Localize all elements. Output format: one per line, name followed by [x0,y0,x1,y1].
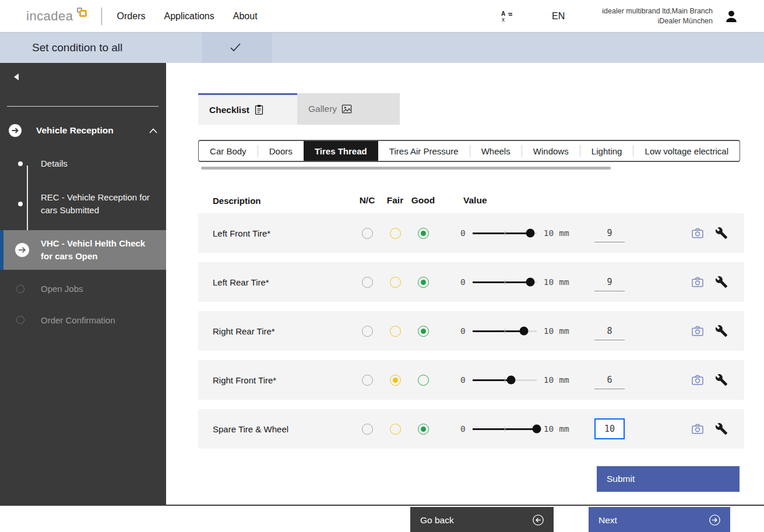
slider-thumb[interactable] [526,278,534,287]
sidebar-step[interactable]: REC - Vehicle Reception for cars Submitt… [0,181,166,227]
good-radio[interactable] [418,375,429,386]
check-icon [229,41,242,54]
sidebar-collapse-icon[interactable] [14,73,19,80]
wrench-icon[interactable] [715,276,728,288]
categories-scrollbar[interactable] [201,167,611,170]
slider-min-label: 0 [460,228,466,238]
tread-depth-slider[interactable] [473,232,537,234]
fair-radio[interactable] [390,424,401,435]
wrench-icon[interactable] [715,422,728,435]
good-radio[interactable] [418,277,429,288]
translate-icon[interactable]: A x [501,10,513,23]
camera-icon[interactable] [691,325,704,337]
camera-icon[interactable] [691,374,704,386]
main-content: Checklist Gallery Car BodyDoorsTires Thr… [166,63,764,505]
wrench-icon[interactable] [715,374,728,386]
fair-radio[interactable] [390,326,401,337]
clipboard-icon [254,104,264,115]
slider-min-label: 0 [460,375,466,385]
nc-radio[interactable] [362,228,373,239]
next-arrow-icon [709,514,721,526]
value-input[interactable]: 9 [594,273,625,291]
subtab-car-body[interactable]: Car Body [199,141,258,161]
subtab-tires-air-pressure[interactable]: Tires Air Pressure [378,141,470,161]
step-marker-icon [0,316,41,324]
subtab-lighting[interactable]: Lighting [580,141,633,161]
table-row: Right Rear Tire* 0 10 mm 8 [198,311,744,351]
logo-text: incadea [26,8,73,25]
wrench-icon[interactable] [715,325,728,337]
circle-arrow-icon [15,243,29,257]
nc-radio[interactable] [362,424,373,435]
camera-icon[interactable] [691,276,704,288]
sidebar-step[interactable]: Details [0,147,166,181]
value-input[interactable]: 9 [594,224,625,242]
language-selector[interactable]: EN [552,11,565,22]
camera-icon[interactable] [691,227,704,239]
value-input[interactable]: 8 [594,322,625,340]
slider-unit-label: mm [559,228,569,238]
tread-depth-slider[interactable] [473,281,537,283]
table-row: Left Rear Tire* 0 10 mm 9 [198,262,744,302]
nav-link-applications[interactable]: Applications [164,11,214,22]
fair-radio[interactable] [390,375,401,386]
step-marker-icon [0,285,41,293]
nav-links: Orders Applications About [117,11,258,22]
good-radio[interactable] [418,326,429,337]
set-condition-select[interactable] [202,33,272,64]
fair-radio[interactable] [390,228,401,239]
tab-gallery[interactable]: Gallery [297,93,400,125]
account-company: idealer multibrand ltd,Main Branch [602,6,713,16]
good-radio[interactable] [418,228,429,239]
subtab-wheels[interactable]: Wheels [470,141,522,161]
next-button[interactable]: Next [589,507,730,532]
nc-radio[interactable] [362,277,373,288]
subtab-tires-thread[interactable]: Tires Thread [304,141,378,161]
subtab-doors[interactable]: Doors [258,141,304,161]
subtab-low-voltage-electrical[interactable]: Low voltage electrical [633,141,740,161]
table-row: Left Front Tire* 0 10 mm 9 [198,213,744,253]
slider-thumb[interactable] [519,327,528,336]
tread-depth-slider[interactable] [473,428,537,430]
svg-text:x: x [502,16,505,23]
sidebar-section-vehicle-reception[interactable]: Vehicle Reception [0,119,166,142]
col-description: Description [198,196,353,206]
step-marker-icon [3,243,41,257]
nav-right: A x EN idealer multibrand ltd,Main Branc… [501,6,764,26]
account-info: idealer multibrand ltd,Main Branch iDeal… [602,6,713,26]
sidebar-step[interactable]: VHC - Vehicl Helth Check for cars Open [0,230,166,270]
nc-radio[interactable] [362,326,373,337]
fair-radio[interactable] [390,277,401,288]
slider-thumb[interactable] [506,376,515,385]
slider-min-label: 0 [460,277,466,287]
sidebar-divider [7,106,159,107]
subtab-windows[interactable]: Windows [522,141,580,161]
nav-link-about[interactable]: About [233,11,258,22]
sidebar-step[interactable]: Open Jobs [0,273,166,305]
nav-link-orders[interactable]: Orders [117,11,146,22]
camera-icon[interactable] [691,422,704,435]
nc-radio[interactable] [362,375,373,386]
sidebar-step[interactable]: Order Confirmation [0,305,166,336]
incadea-logo[interactable]: incadea [26,8,87,25]
submit-button[interactable]: Submit [597,466,740,492]
slider-thumb[interactable] [526,229,534,238]
value-input[interactable]: 10 [594,418,625,439]
gallery-icon [341,104,352,114]
tread-depth-slider[interactable] [473,379,537,381]
value-input[interactable]: 6 [594,371,625,389]
checklist-categories: Car BodyDoorsTires ThreadTires Air Press… [198,140,740,162]
tread-depth-slider[interactable] [473,330,537,332]
incadea-logo-icon [75,8,87,19]
go-back-button[interactable]: Go back [410,507,554,532]
tab-checklist[interactable]: Checklist [198,93,297,125]
slider-unit-label: mm [559,277,569,287]
wrench-icon[interactable] [715,227,728,239]
circle-arrow-icon [9,124,22,137]
chevron-up-icon[interactable] [149,128,157,133]
slider-thumb[interactable] [532,425,541,434]
slider-max-label: 10 [544,375,554,385]
nav-divider [101,8,102,25]
good-radio[interactable] [418,424,429,435]
user-avatar-icon[interactable] [723,8,740,24]
